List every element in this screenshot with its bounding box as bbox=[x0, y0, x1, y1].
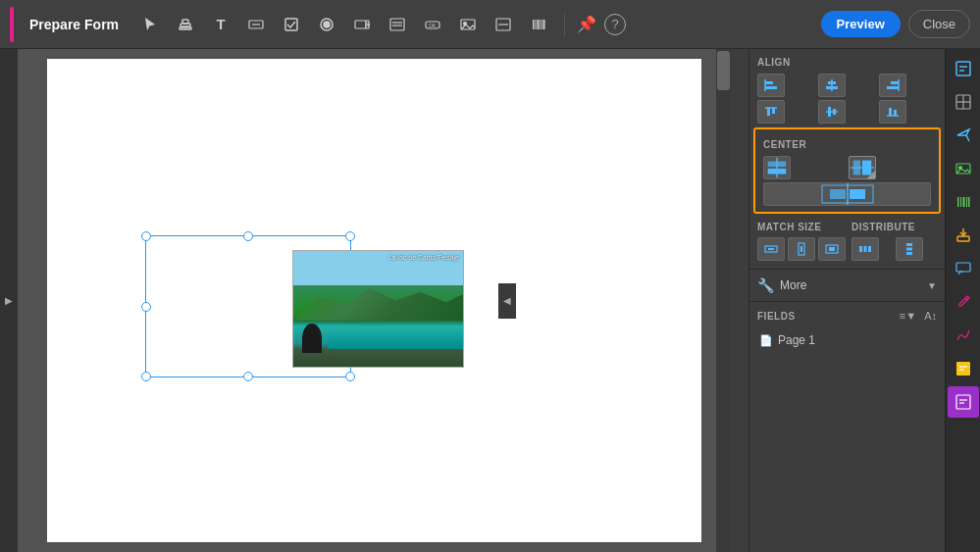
svg-rect-58 bbox=[829, 247, 835, 251]
match-height-btn[interactable] bbox=[788, 237, 815, 261]
comment-panel-icon[interactable] bbox=[948, 253, 979, 284]
listbox-tool[interactable] bbox=[384, 11, 411, 38]
app-title: Prepare Form bbox=[29, 17, 119, 32]
preview-button[interactable]: Preview bbox=[821, 11, 901, 37]
left-arrow-icon: ▶ bbox=[5, 295, 13, 306]
match-size-label: MATCH SIZE bbox=[757, 222, 821, 232]
form-fields-icon[interactable] bbox=[948, 53, 979, 84]
button-tool[interactable]: OK bbox=[419, 11, 446, 38]
svg-rect-64 bbox=[906, 252, 912, 255]
svg-rect-8 bbox=[355, 21, 366, 28]
pen-panel-icon[interactable] bbox=[948, 286, 979, 318]
svg-rect-75 bbox=[960, 197, 961, 207]
send-icon[interactable] bbox=[948, 120, 979, 151]
fields-section: FIELDS ≡▼ A↕ 📄 Page 1 bbox=[749, 302, 945, 359]
table-layout-icon[interactable] bbox=[948, 86, 979, 118]
svg-rect-10 bbox=[390, 19, 404, 30]
yellow-note-icon[interactable] bbox=[948, 353, 979, 384]
match-width-btn[interactable] bbox=[757, 237, 785, 261]
sort-icon[interactable]: ≡▼ bbox=[900, 310, 916, 322]
svg-rect-50 bbox=[830, 189, 846, 199]
match-distribute-section: MATCH SIZE DISTRIBUTE bbox=[749, 220, 945, 270]
image-tool[interactable] bbox=[454, 11, 482, 38]
handle-bottom-left[interactable] bbox=[141, 372, 151, 381]
center-h-btn[interactable] bbox=[763, 156, 791, 179]
az-icon[interactable]: A↕ bbox=[924, 310, 937, 322]
align-left-btn[interactable] bbox=[757, 74, 785, 97]
align-top-btn[interactable] bbox=[757, 100, 785, 124]
handle-top-right[interactable] bbox=[345, 231, 355, 241]
distribute-label: DISTRIBUTE bbox=[851, 222, 915, 232]
svg-rect-85 bbox=[956, 395, 970, 409]
svg-rect-21 bbox=[538, 20, 540, 29]
right-arrow-icon: ◀ bbox=[503, 295, 511, 306]
page-doc-icon: 📄 bbox=[759, 334, 773, 347]
align-center-h-btn[interactable] bbox=[818, 74, 846, 97]
svg-rect-1 bbox=[182, 20, 188, 24]
center-page-btn[interactable] bbox=[763, 182, 931, 206]
svg-rect-34 bbox=[767, 108, 770, 116]
svg-rect-35 bbox=[772, 108, 775, 114]
svg-rect-26 bbox=[765, 86, 777, 89]
text-field-tool[interactable] bbox=[242, 11, 270, 38]
svg-rect-59 bbox=[859, 246, 862, 252]
pin-icon[interactable]: 📌 bbox=[577, 15, 596, 33]
stamp-tool[interactable] bbox=[172, 11, 199, 38]
handle-bottom-right[interactable] bbox=[345, 372, 355, 381]
barcode-tool[interactable] bbox=[525, 11, 552, 38]
center-label: CENTER bbox=[763, 139, 931, 150]
signature-icon[interactable] bbox=[948, 320, 979, 351]
svg-rect-23 bbox=[542, 20, 543, 29]
more-section[interactable]: 🔧 More ▼ bbox=[749, 270, 945, 302]
svg-rect-82 bbox=[956, 362, 970, 376]
image-field[interactable] bbox=[292, 250, 464, 368]
svg-rect-76 bbox=[962, 197, 964, 207]
svg-rect-31 bbox=[891, 81, 899, 84]
radio-tool[interactable] bbox=[313, 11, 340, 38]
svg-rect-24 bbox=[543, 20, 545, 29]
upload-panel-icon[interactable] bbox=[948, 220, 979, 251]
close-button[interactable]: Close bbox=[908, 10, 970, 38]
align-middle-v-btn[interactable] bbox=[818, 100, 846, 124]
cursor-tool[interactable] bbox=[136, 11, 164, 38]
right-collapse-arrow[interactable]: ◀ bbox=[498, 283, 516, 319]
text-tool[interactable]: T bbox=[207, 11, 234, 38]
distribute-h-btn[interactable] bbox=[851, 237, 879, 261]
page-1-label: Page 1 bbox=[778, 333, 815, 347]
align-right-btn[interactable] bbox=[879, 74, 906, 97]
mountain-peak bbox=[293, 280, 463, 321]
canvas-scrollbar-thumb[interactable] bbox=[717, 51, 730, 90]
more-dropdown-icon[interactable]: ▼ bbox=[927, 280, 937, 291]
handle-top-middle[interactable] bbox=[243, 231, 253, 241]
handle-middle-left[interactable] bbox=[141, 302, 151, 312]
checkbox-tool[interactable] bbox=[278, 11, 305, 38]
image-panel-icon[interactable] bbox=[948, 153, 979, 184]
svg-rect-41 bbox=[894, 110, 897, 116]
help-icon[interactable]: ? bbox=[604, 14, 626, 35]
svg-rect-62 bbox=[906, 243, 912, 246]
handle-top-left[interactable] bbox=[141, 231, 151, 241]
svg-rect-32 bbox=[887, 86, 899, 89]
svg-rect-61 bbox=[868, 246, 871, 252]
svg-rect-54 bbox=[768, 248, 774, 250]
handle-bottom-middle[interactable] bbox=[243, 372, 253, 381]
align-bottom-btn[interactable] bbox=[879, 100, 906, 124]
match-both-btn[interactable] bbox=[818, 237, 846, 261]
pink-accent-bar bbox=[10, 7, 14, 42]
left-collapse-strip[interactable]: ▶ bbox=[0, 49, 18, 552]
center-v-btn[interactable] bbox=[849, 156, 876, 179]
distribute-v-btn[interactable] bbox=[896, 237, 923, 261]
svg-rect-79 bbox=[957, 236, 969, 241]
right-icons-strip bbox=[945, 49, 980, 552]
canvas-area bbox=[18, 49, 731, 552]
combobox-tool[interactable] bbox=[348, 11, 376, 38]
svg-rect-65 bbox=[956, 62, 970, 75]
barcode-panel-icon[interactable] bbox=[948, 186, 979, 218]
active-panel-icon[interactable] bbox=[948, 386, 979, 418]
svg-rect-40 bbox=[889, 108, 892, 116]
svg-rect-25 bbox=[765, 81, 773, 84]
sign-tool[interactable] bbox=[490, 11, 517, 38]
page-1-item[interactable]: 📄 Page 1 bbox=[757, 329, 937, 351]
svg-rect-78 bbox=[968, 197, 970, 207]
svg-rect-63 bbox=[906, 248, 912, 251]
